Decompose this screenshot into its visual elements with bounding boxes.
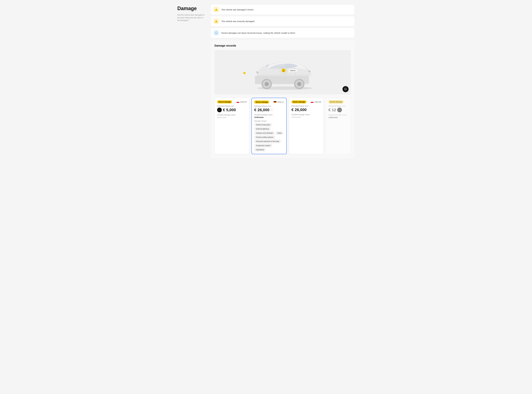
svg-text:!: ! — [216, 9, 216, 11]
card-2-flag-de — [274, 101, 276, 103]
card-3-cost-value: 26,000 — [295, 108, 307, 112]
card-3-date: 2020-09 — [314, 101, 321, 103]
card-3-currency: € — [292, 108, 294, 112]
page-subtitle: Has this vehicle been damaged in the pas… — [177, 14, 205, 22]
card-2-currency: € — [254, 108, 256, 112]
card-2-cause-value: Unknown — [254, 116, 284, 118]
card-1-cause-label: Possible Damage Cause — [217, 114, 247, 116]
damage-records-title: Damage records — [215, 44, 351, 47]
card-3-cause-label: Possible Damage Cause — [292, 114, 321, 116]
damage-cards-row: Severe damage 2018-04 Estimated Repair C… — [215, 98, 351, 154]
triangle-warning-icon-1: ! — [215, 8, 218, 11]
card-4-cause-label: Possible Damage Cause — [328, 114, 348, 116]
svg-marker-30 — [346, 88, 347, 89]
rotate-car-button[interactable] — [343, 86, 348, 92]
damage-dot-left — [243, 72, 246, 74]
card-4-estimated-label: Estimated Repair Cost — [328, 105, 348, 107]
prev-card-button[interactable]: ← — [217, 108, 222, 112]
interior-damage-icon: ! — [282, 69, 285, 72]
tag-gearbox: Gearbox and drivetrain — [254, 131, 275, 135]
rotate-icon — [344, 88, 347, 91]
card-3-cost: €26,000 — [292, 108, 321, 112]
page-layout: Damage Has this vehicle been damaged in … — [177, 5, 355, 158]
card-4-cause-value: Unknown — [328, 116, 348, 119]
card-1-date: 2018-04 — [240, 101, 247, 103]
info-circle-icon: i — [215, 31, 218, 34]
card-3-cause-value: Unknown — [292, 116, 321, 118]
next-card-button[interactable]: → — [337, 108, 342, 112]
alert-warning-icon-2: ! — [214, 18, 219, 24]
card-4-cost: €12 → — [328, 108, 348, 112]
card-3-severity-badge: Severe damage — [292, 100, 307, 104]
card-3-date-flag: 2020-09 — [311, 101, 321, 103]
interior-label: Interior — [289, 69, 297, 72]
card-1-estimated-label: Estimated Repair Cost — [217, 105, 247, 107]
tag-suspension: Suspension system — [254, 144, 272, 147]
card-2-cost: €26,000 i — [254, 108, 284, 112]
alert-severely-damaged: ! This vehicle was severely damaged! — [211, 16, 355, 26]
damage-card-2: Severe damage 2018-11 Estimated Repair — [251, 98, 286, 154]
card-1-cost-value: 5,000 — [226, 108, 236, 112]
card-1-cost: ← €5,000 — [217, 108, 247, 112]
tag-structural-elements: Structural elements of the body — [254, 140, 281, 143]
card-2-groups-label: Damage Groups — [254, 120, 284, 122]
card-2-date: 2018-11 — [277, 101, 284, 103]
card-4-severity-badge: Severe damage — [328, 100, 343, 104]
left-panel: Damage Has this vehicle been damaged in … — [177, 5, 205, 158]
card-1-severity-badge: Severe damage — [217, 100, 232, 104]
card-1-currency: € — [223, 108, 225, 112]
tag-external-lightning: External lightning — [254, 127, 271, 131]
svg-text:!: ! — [283, 70, 284, 71]
card-2-header: Severe damage 2018-11 — [254, 100, 284, 104]
alert-text-3: Severe damages can leave structural issu… — [221, 32, 295, 34]
svg-text:i: i — [216, 32, 216, 34]
alert-structural-issues: i Severe damages can leave structural is… — [211, 28, 355, 38]
svg-text:!: ! — [216, 21, 216, 22]
car-visualization: ! Interior — [215, 50, 351, 94]
card-4-header: Severe damage — [328, 100, 348, 104]
card-2-severity-badge: Severe damage — [254, 100, 269, 104]
page-title: Damage — [177, 5, 205, 11]
card-2-estimated-label: Estimated Repair Cost — [254, 105, 284, 107]
right-panel: ! This vehicle was damaged 4 times! ! Th… — [211, 5, 355, 158]
card-2-cause-label: Possible Damage Cause — [254, 114, 284, 116]
damage-point-interior: ! Interior — [279, 66, 297, 75]
alert-text-2: This vehicle was severely damaged! — [221, 20, 255, 22]
damage-card-3: Severe damage 2020-09 Estimated Repair C… — [289, 98, 324, 154]
interior-warning-icon: ! — [283, 70, 285, 71]
card-1-flag-pl — [236, 101, 239, 103]
card-3-header: Severe damage 2020-09 — [292, 100, 321, 104]
alert-text-1: This vehicle was damaged 4 times! — [221, 8, 254, 11]
card-2-damage-tags: Exterior body parts External lightning G… — [254, 123, 284, 151]
tag-upholstery: Upholstery — [254, 148, 266, 151]
alert-info-icon: i — [214, 30, 219, 36]
card-2-cost-value: 26,000 — [258, 108, 270, 112]
card-4-currency: € — [328, 108, 331, 112]
card-1-date-flag: 2018-04 — [236, 101, 247, 103]
damage-card-4: Severe damage Estimated Repair Cost €12 … — [326, 98, 351, 154]
flag-pl-red — [236, 102, 239, 103]
card-2-date-flag: 2018-11 — [274, 101, 284, 103]
card-3-flag-pl — [311, 101, 313, 103]
flag-de-yellow — [274, 102, 276, 103]
triangle-warning-icon-2: ! — [215, 20, 218, 23]
card-4-cost-value: 12 — [332, 108, 336, 112]
card-1-header: Severe damage 2018-04 — [217, 100, 247, 104]
damage-cards-container: Severe damage 2018-04 Estimated Repair C… — [215, 98, 351, 154]
tag-exterior-body-parts: Exterior body parts — [254, 123, 272, 126]
tag-glass: Glass — [276, 131, 283, 135]
damage-card-1: Severe damage 2018-04 Estimated Repair C… — [215, 98, 249, 154]
tag-passive-safety: Passive safety systems — [254, 135, 275, 139]
card-1-cause-value: Unknown — [217, 116, 247, 119]
alert-warning-icon-1: ! — [214, 7, 219, 12]
damage-records-section: Damage records — [211, 40, 355, 158]
alert-damaged-times: ! This vehicle was damaged 4 times! — [211, 5, 355, 15]
flag-pl-red-3 — [311, 102, 313, 103]
ripple-container: ! — [279, 66, 288, 75]
card-3-estimated-label: Estimated Repair Cost — [292, 105, 321, 107]
cost-info-icon-2: i — [271, 109, 273, 111]
